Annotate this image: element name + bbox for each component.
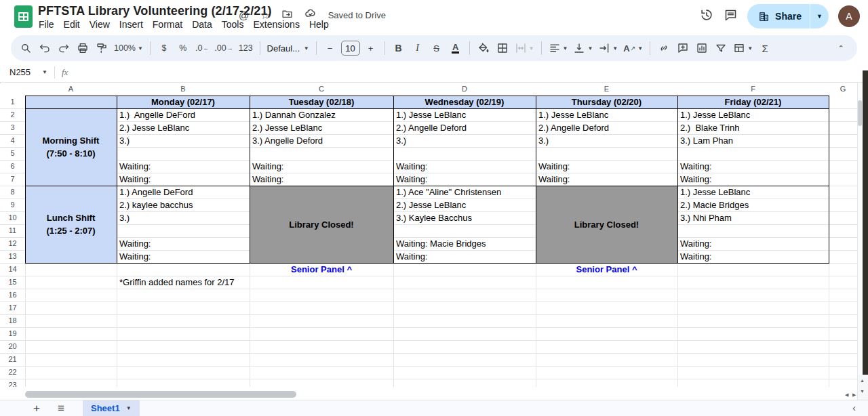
merge-cells-button[interactable]: ▼ — [513, 39, 536, 57]
cell-B8[interactable]: 1.) Angelle DeFord — [117, 186, 250, 199]
day-header-cell[interactable]: Thursday (02/20) — [536, 96, 677, 108]
spreadsheet-grid[interactable]: ABCDEFG123456789101112131415161718192021… — [0, 83, 857, 400]
day-header-cell[interactable]: Friday (02/21) — [677, 96, 829, 108]
text-color-button[interactable]: A — [447, 39, 465, 57]
text-wrap-button[interactable]: ▼ — [596, 39, 620, 57]
decrease-font-size-button[interactable]: − — [321, 39, 339, 57]
row-header-16[interactable]: 16 — [0, 289, 25, 301]
row-header-9[interactable]: 9 — [0, 199, 25, 211]
senior-panel-cell-E[interactable]: Senior Panel ^ — [536, 263, 677, 276]
search-menus-button[interactable] — [17, 39, 35, 57]
decrease-decimal-button[interactable]: .0← — [193, 39, 211, 57]
saved-status[interactable]: Saved to Drive — [328, 10, 386, 20]
menu-help[interactable]: Help — [304, 18, 334, 31]
cell-F6[interactable]: Waiting: — [677, 160, 829, 173]
cell-C2[interactable]: 1.) Dannah Gonzalez — [250, 108, 393, 121]
bold-button[interactable]: B — [390, 39, 408, 57]
row-header-22[interactable]: 22 — [0, 366, 25, 379]
percent-format-button[interactable]: % — [174, 39, 192, 57]
cell-E3[interactable]: 2.) Angelle Deford — [536, 121, 677, 134]
cell-B7[interactable]: Waiting: — [117, 173, 250, 186]
menu-edit[interactable]: Edit — [59, 18, 85, 31]
scroll-up-icon[interactable]: ▲ — [860, 378, 865, 383]
cell-F8[interactable]: 1.) Jesse LeBlanc — [677, 186, 829, 199]
fill-color-button[interactable] — [475, 39, 492, 57]
paint-format-button[interactable] — [93, 39, 111, 57]
redo-button[interactable] — [55, 39, 73, 57]
share-dropdown[interactable]: ▼ — [810, 4, 829, 28]
cell-F12[interactable]: Waiting: — [677, 237, 829, 250]
column-header-F[interactable]: F — [677, 83, 829, 96]
cell-B6[interactable]: Waiting: — [117, 160, 250, 173]
cell-D8[interactable]: 1.) Ace "Aline" Christensen — [393, 186, 536, 199]
cell-D6[interactable]: Waiting: — [393, 160, 536, 173]
cell-E4[interactable]: 3.) — [536, 134, 677, 147]
currency-format-button[interactable]: $ — [155, 39, 173, 57]
collapse-panel-icon[interactable]: ‹ — [852, 402, 856, 413]
row-header-15[interactable]: 15 — [0, 276, 25, 289]
cell-E6[interactable]: Waiting: — [536, 160, 677, 173]
insert-chart-button[interactable] — [693, 39, 711, 57]
column-header-A[interactable]: A — [25, 83, 117, 96]
note-cell[interactable]: *Griffin added names for 2/17 — [117, 276, 290, 289]
cell-B9[interactable]: 2.) kaylee bacchus — [117, 199, 250, 211]
cell-E2[interactable]: 1.) Jesse LeBlanc — [536, 108, 677, 121]
all-sheets-icon[interactable]: ≡ — [52, 400, 71, 416]
zoom-select[interactable]: 100%▼ — [112, 39, 145, 57]
add-sheet-button[interactable]: + — [27, 400, 46, 416]
cell-F13[interactable]: Waiting: — [677, 250, 829, 263]
print-button[interactable] — [74, 39, 92, 57]
row-header-4[interactable]: 4 — [0, 134, 25, 147]
cell-D13[interactable]: Waiting: — [393, 250, 536, 263]
scroll-down-icon[interactable]: ▼ — [860, 389, 865, 394]
row-header-12[interactable]: 12 — [0, 237, 25, 250]
cell-E7[interactable]: Waiting: — [536, 173, 677, 186]
menu-data[interactable]: Data — [187, 18, 217, 31]
day-header-cell[interactable]: Monday (02/17) — [117, 96, 250, 108]
cell-F9[interactable]: 2.) Macie Bridges — [677, 199, 829, 211]
row-header-13[interactable]: 13 — [0, 250, 25, 263]
row-header-1[interactable]: 1 — [0, 96, 25, 108]
row-header-6[interactable]: 6 — [0, 160, 25, 173]
vertical-scrollbar-thumb[interactable] — [858, 100, 862, 126]
cell-C3[interactable]: 2.) Jesse LeBlanc — [250, 121, 393, 134]
row-header-5[interactable]: 5 — [0, 147, 25, 160]
increase-font-size-button[interactable]: + — [362, 39, 380, 57]
day-header-cell[interactable]: Tuesday (02/18) — [250, 96, 393, 108]
column-header-C[interactable]: C — [250, 83, 393, 96]
share-button[interactable]: Share ▼ — [747, 4, 829, 28]
sheet-tab-menu-icon[interactable]: ▼ — [126, 405, 132, 411]
cell-D4[interactable]: 3.) — [393, 134, 536, 147]
vertical-align-button[interactable]: ▼ — [571, 39, 595, 57]
cell-D2[interactable]: 1.) Jesse LeBlanc — [393, 108, 536, 121]
menu-format[interactable]: Format — [148, 18, 187, 31]
row-header-7[interactable]: 7 — [0, 173, 25, 186]
strikethrough-button[interactable]: S — [428, 39, 446, 57]
cell-D7[interactable]: Waiting: — [393, 173, 536, 186]
cell-C6[interactable]: Waiting: — [250, 160, 393, 173]
cell-B3[interactable]: 2.) Jesse LeBlanc — [117, 121, 250, 134]
row-header-18[interactable]: 18 — [0, 314, 25, 327]
cell-D3[interactable]: 2.) Angelle Deford — [393, 121, 536, 134]
scroll-right-icon[interactable]: ▶ — [852, 392, 856, 397]
row-header-8[interactable]: 8 — [0, 186, 25, 199]
day-header-cell[interactable]: Wednesday (02/19) — [393, 96, 536, 108]
horizontal-scrollbar-thumb[interactable] — [25, 391, 296, 398]
cell-C4[interactable]: 3.) Angelle Deford — [250, 134, 393, 147]
increase-decimal-button[interactable]: .00→ — [212, 39, 235, 57]
name-box[interactable]: N255 ▼ — [0, 67, 52, 77]
cell-B10[interactable]: 3.) — [117, 211, 250, 224]
cell-C7[interactable]: Waiting: — [250, 173, 393, 186]
cell-F10[interactable]: 3.) Nhi Pham — [677, 211, 829, 224]
cell-D9[interactable]: 2.) Jesse LeBlanc — [393, 199, 536, 211]
column-header-B[interactable]: B — [117, 83, 250, 96]
menu-file[interactable]: File — [34, 18, 59, 31]
column-header-G[interactable]: G — [829, 83, 857, 96]
row-header-11[interactable]: 11 — [0, 224, 25, 237]
cell-D10[interactable]: 3.) Kaylee Bacchus — [393, 211, 536, 224]
row-header-3[interactable]: 3 — [0, 121, 25, 134]
cell-F3[interactable]: 2.) Blake Trinh — [677, 121, 829, 134]
scroll-left-icon[interactable]: ◀ — [845, 392, 848, 397]
font-size-input[interactable]: 10 — [341, 41, 360, 56]
column-header-D[interactable]: D — [393, 83, 536, 96]
